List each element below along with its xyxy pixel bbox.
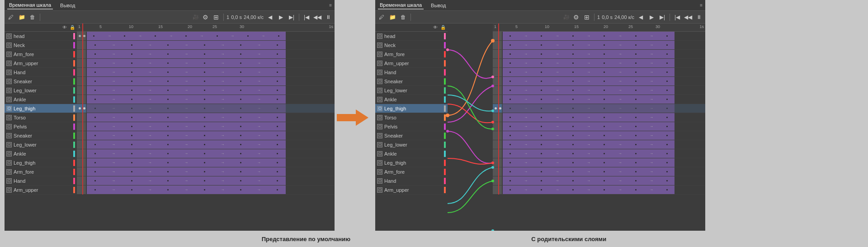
right-track-ankle1[interactable]: ⬡Ankle (375, 95, 448, 104)
left-btn-delete[interactable]: 🗑 (28, 13, 37, 22)
right-ruler-5: 5 (515, 24, 518, 29)
right-color-sneaker1 (444, 78, 446, 85)
right-toolbar-sep3 (670, 14, 670, 21)
left-btn-next[interactable]: ▶| (287, 13, 296, 22)
right-btn-next[interactable]: ▶| (658, 13, 667, 22)
left-tab-output[interactable]: Вывод (58, 2, 77, 9)
left-btn-pause[interactable]: ⏸ (324, 13, 333, 22)
label-left: Представление по умолчанию (262, 236, 350, 242)
right-track-ankle2[interactable]: ⬡Ankle (375, 149, 448, 158)
left-color-hand (73, 69, 75, 76)
left-btn-open[interactable]: 📁 (17, 13, 26, 22)
left-btn-start[interactable]: |◀ (302, 13, 311, 22)
right-btn-settings[interactable]: ⚙ (571, 13, 580, 22)
left-track-name-armfore: Arm_fore (14, 52, 34, 57)
right-track-armupper2[interactable]: ⬡Arm_upper (375, 185, 448, 195)
left-toolbar: 🖊 📁 🗑 🎥 ⚙ ⊞ 1 0,0 s 24,00 к/с ◀ ▶ ▶| |◀ … (5, 11, 335, 24)
right-btn-mode[interactable]: ⊞ (582, 13, 591, 22)
right-kf-row-hand: →→→→→ (493, 68, 705, 77)
right-track-leglower2[interactable]: ⬡Leg_lower (375, 140, 448, 149)
right-track-legthigh2[interactable]: ⬡Leg_thigh (375, 158, 448, 167)
left-btn-new[interactable]: 🖊 (6, 13, 15, 22)
bottom-labels: Представление по умолчанию С родительски… (0, 231, 868, 247)
left-track-sneaker1[interactable]: ⬡ Sneaker (5, 77, 77, 86)
right-track-torso[interactable]: ⬡Torso (375, 113, 448, 122)
left-btn-prev2[interactable]: ◀◀ (313, 13, 322, 22)
left-btn-settings[interactable]: ⚙ (201, 13, 210, 22)
left-track-legthigh2[interactable]: ⬡ Leg_thigh (5, 158, 77, 167)
left-purple-ankle1: →→→→→ (87, 95, 286, 104)
right-btn-new[interactable]: 🖊 (377, 13, 386, 22)
right-track-pelvis[interactable]: ⬡Pelvis (375, 122, 448, 131)
left-track-armfore2[interactable]: ⬡ Arm_fore (5, 167, 77, 176)
left-track-name-armfore2: Arm_fore (14, 169, 34, 175)
left-kf-row-sneaker2: →→→→→ (77, 131, 335, 140)
right-btn-prev2[interactable]: ◀◀ (684, 13, 693, 22)
right-track-name-head: head (384, 33, 395, 39)
right-track-name-hand: Hand (384, 70, 396, 75)
left-kf-row-ankle1: →→→→→ (77, 95, 335, 104)
right-track-leglower1[interactable]: ⬡Leg_lower (375, 86, 448, 95)
left-track-head[interactable]: ⬡ head (5, 32, 77, 41)
right-btn-pause[interactable]: ⏸ (694, 13, 703, 22)
left-tab-timeline[interactable]: Временная шкала (7, 1, 53, 10)
left-track-ankle2[interactable]: ⬡ Ankle (5, 149, 77, 158)
left-btn-mode[interactable]: ⊞ (212, 13, 221, 22)
left-track-leglower2[interactable]: ⬡ Leg_lower (5, 140, 77, 149)
left-track-armfore[interactable]: ⬡ Arm_fore (5, 50, 77, 59)
toolbar-separator-3 (299, 14, 299, 21)
right-kf-row-torso: →→→→→ (493, 113, 705, 122)
right-track-legthigh1[interactable]: ⬡Leg_thigh (375, 104, 448, 113)
right-btn-open[interactable]: 📁 (388, 13, 397, 22)
right-kf-row-armupper: →→→→→ (493, 59, 705, 68)
right-tab-timeline[interactable]: Временная шкала (378, 1, 424, 10)
left-panel: Временная шкала Вывод ≡ 🖊 📁 🗑 🎥 ⚙ ⊞ 1 0,… (5, 0, 335, 231)
left-color-ankle1 (73, 96, 75, 103)
right-track-sneaker1[interactable]: ⬡Sneaker (375, 77, 448, 86)
left-track-icon-leglower2: ⬡ (6, 142, 12, 147)
right-btn-start[interactable]: |◀ (673, 13, 682, 22)
left-track-hand2[interactable]: ⬡ Hand (5, 176, 77, 185)
right-track-and-curves: 👁 🔒 ⬡head ⬡Neck ⬡Arm_fore ⬡Arm_upper ⬡Ha… (375, 24, 493, 231)
left-kf-row-legthigh2: →→→→→ (77, 158, 335, 167)
right-btn-delete[interactable]: 🗑 (399, 13, 408, 22)
left-track-icon-armupper2: ⬡ (6, 187, 12, 193)
left-track-armupper2[interactable]: ⬡ Arm_upper (5, 185, 77, 195)
left-camera-icon: 🎥 (193, 14, 199, 20)
right-track-armfore2[interactable]: ⬡Arm_fore (375, 167, 448, 176)
right-track-armfore[interactable]: ⬡Arm_fore (375, 50, 448, 59)
right-frame-number: 1 (597, 14, 600, 20)
right-track-hand2[interactable]: ⬡Hand (375, 176, 448, 185)
left-track-ankle1[interactable]: ⬡ Ankle (5, 95, 77, 104)
left-timecode: 0,0 s (231, 14, 242, 20)
left-track-hand[interactable]: ⬡ Hand (5, 68, 77, 77)
right-track-neck[interactable]: ⬡Neck (375, 41, 448, 50)
right-purple-hand: →→→→→ (503, 68, 675, 76)
left-track-legthigh1[interactable]: ⬡ Leg_thigh (5, 104, 77, 113)
left-track-torso[interactable]: ⬡ Torso (5, 113, 77, 122)
right-btn-play[interactable]: ▶ (647, 13, 656, 22)
right-track-sneaker2[interactable]: ⬡Sneaker (375, 131, 448, 140)
right-track-name-ankle1: Ankle (384, 97, 397, 102)
right-track-icon-sneaker1: ⬡ (377, 79, 382, 84)
right-track-hand[interactable]: ⬡Hand (375, 68, 448, 77)
right-track-head[interactable]: ⬡head (375, 32, 448, 41)
right-color-head (444, 33, 446, 39)
left-kf-row-head: → → → → → → (77, 32, 335, 41)
left-track-leglower1[interactable]: ⬡ Leg_lower (5, 86, 77, 95)
right-kf-row-pelvis: →→→→→ (493, 122, 705, 131)
right-track-name-leglower1: Leg_lower (384, 88, 407, 93)
left-fps: 24,00 к/с (244, 14, 264, 20)
right-tab-output[interactable]: Вывод (429, 2, 448, 9)
left-track-neck[interactable]: ⬡ Neck (5, 41, 77, 50)
right-track-armupper[interactable]: ⬡Arm_upper (375, 59, 448, 68)
left-track-sneaker2[interactable]: ⬡ Sneaker (5, 131, 77, 140)
left-btn-prev[interactable]: ◀ (265, 13, 274, 22)
right-purple-armfore2: →→→→→ (503, 167, 675, 176)
right-ruler-10: 10 (545, 24, 549, 29)
right-btn-prev[interactable]: ◀ (636, 13, 645, 22)
left-purple-legthigh2: →→→→→ (87, 158, 286, 167)
left-track-pelvis[interactable]: ⬡ Pelvis (5, 122, 77, 131)
left-track-armupper[interactable]: ⬡ Arm_upper (5, 59, 77, 68)
left-btn-play[interactable]: ▶ (276, 13, 285, 22)
